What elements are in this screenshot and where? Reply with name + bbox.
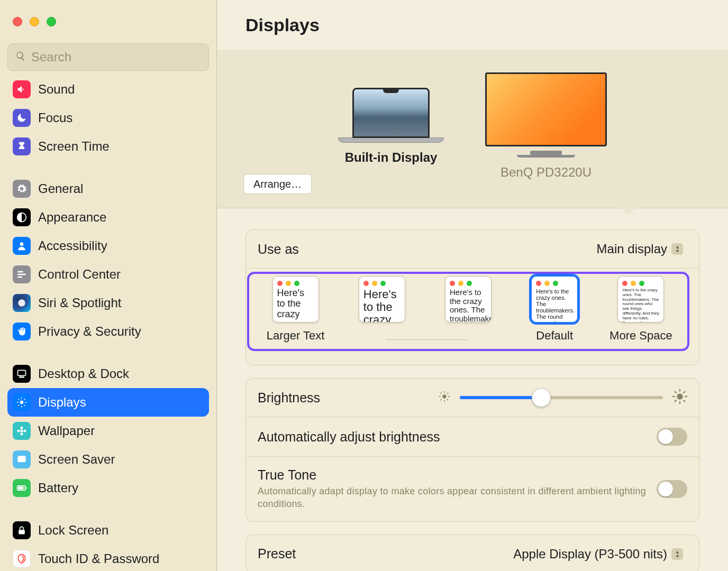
- sidebar-item-siri-spotlight[interactable]: Siri & Spotlight: [7, 289, 209, 317]
- sidebar-item-screen-saver[interactable]: Screen Saver: [7, 445, 209, 474]
- sidebar-item-label: Screen Saver: [38, 452, 115, 467]
- svg-line-41: [684, 391, 685, 393]
- svg-rect-19: [18, 456, 26, 462]
- sidebar-item-privacy-security[interactable]: Privacy & Security: [7, 317, 209, 346]
- preset-panel: Preset Apple Display (P3-500 nits): [245, 535, 699, 571]
- page-title-text: Displays: [245, 15, 320, 35]
- person-icon: [13, 237, 31, 255]
- sidebar-item-general[interactable]: General: [7, 174, 209, 203]
- sidebar-item-sound[interactable]: Sound: [7, 75, 209, 104]
- sidebar-item-appearance[interactable]: Appearance: [7, 203, 209, 232]
- close-window-button[interactable]: [13, 17, 22, 26]
- svg-point-1: [20, 242, 24, 246]
- sidebar-item-lock-screen[interactable]: Lock Screen: [7, 516, 209, 545]
- svg-rect-23: [19, 530, 25, 534]
- svg-line-38: [675, 391, 676, 393]
- svg-line-40: [675, 400, 676, 402]
- preset-dropdown[interactable]: Apple Display (P3-500 nits): [509, 546, 687, 563]
- svg-rect-4: [19, 376, 24, 378]
- resolution-picker: Here's to the crazy ones. The troublemak…: [252, 276, 684, 344]
- use-as-label: Use as: [258, 242, 593, 257]
- flower-icon: [13, 422, 31, 440]
- brightness-label: Brightness: [258, 390, 439, 406]
- resolution-swatch: Here's to the crazy ones. The troublemak…: [272, 276, 319, 323]
- svg-line-39: [684, 400, 685, 402]
- display-chooser: Arrange… Built-in Display BenQ PD3220U: [217, 50, 728, 208]
- svg-point-18: [23, 430, 26, 432]
- chevron-updown-icon: [671, 243, 683, 255]
- truetone-toggle[interactable]: [657, 480, 687, 498]
- brightness-thumb[interactable]: [532, 388, 551, 407]
- sidebar-item-accessibility[interactable]: Accessibility: [7, 232, 209, 260]
- sidebar-item-focus[interactable]: Focus: [7, 104, 209, 132]
- hourglass-icon: [13, 137, 31, 155]
- resolution-option-0[interactable]: Here's to the crazy ones. The troublemak…: [252, 276, 339, 344]
- brightness-slider[interactable]: [439, 389, 687, 406]
- sidebar-item-screen-time[interactable]: Screen Time: [7, 132, 209, 161]
- sidebar-item-label: Screen Time: [38, 139, 110, 154]
- sidebar-item-label: Lock Screen: [38, 523, 108, 538]
- search-icon: [15, 50, 26, 65]
- minimize-window-button[interactable]: [30, 17, 39, 26]
- svg-point-15: [21, 427, 23, 429]
- sun-large-icon: [672, 389, 687, 406]
- arrange-button-label: Arrange…: [253, 178, 302, 190]
- laptop-icon: [338, 88, 444, 143]
- brightness-track[interactable]: [460, 396, 663, 399]
- svg-line-12: [19, 405, 20, 406]
- svg-line-11: [24, 405, 25, 406]
- arrange-button[interactable]: Arrange…: [243, 174, 312, 194]
- zoom-window-button[interactable]: [47, 17, 56, 26]
- sun-icon: [13, 393, 31, 411]
- svg-point-17: [17, 430, 20, 432]
- sidebar-item-touch-id-password[interactable]: Touch ID & Password: [7, 545, 209, 571]
- resolution-swatch: Here's to the crazy ones. The troublemak…: [617, 276, 664, 323]
- sidebar-item-label: Privacy & Security: [38, 324, 141, 339]
- sidebar-item-wallpaper[interactable]: Wallpaper: [7, 417, 209, 445]
- resolution-swatch: Here's to the crazy ones. The troublemak…: [445, 276, 492, 323]
- sidebar-item-label: General: [38, 181, 83, 196]
- hand-icon: [13, 323, 31, 340]
- svg-line-13: [24, 399, 25, 400]
- search-field[interactable]: [7, 43, 209, 71]
- resolution-option-4[interactable]: Here's to the crazy ones. The troublemak…: [598, 276, 684, 344]
- sidebar-item-battery[interactable]: Battery: [7, 474, 209, 502]
- sliders-icon: [13, 265, 31, 283]
- moon-icon: [13, 109, 31, 127]
- preset-label: Preset: [258, 546, 509, 561]
- resolution-option-2[interactable]: Here's to the crazy ones. The troublemak…: [425, 276, 511, 344]
- sidebar-item-label: Accessibility: [38, 238, 107, 253]
- svg-line-29: [441, 393, 442, 394]
- truetone-description: Automatically adapt display to make colo…: [258, 485, 649, 511]
- use-as-dropdown[interactable]: Main display: [593, 241, 687, 257]
- auto-brightness-toggle[interactable]: [657, 428, 687, 446]
- sidebar-item-label: Desktop & Dock: [38, 366, 129, 381]
- resolution-highlight: Here's to the crazy ones. The troublemak…: [247, 272, 689, 351]
- sidebar-item-label: Focus: [38, 110, 72, 125]
- contrast-icon: [13, 208, 31, 226]
- resolution-caption: Default: [536, 329, 573, 344]
- sidebar-item-label: Battery: [38, 481, 78, 495]
- sidebar-nav: SoundFocusScreen TimeGeneralAppearanceAc…: [0, 75, 216, 571]
- svg-rect-22: [18, 487, 23, 490]
- svg-line-32: [447, 393, 448, 394]
- sidebar-item-control-center[interactable]: Control Center: [7, 260, 209, 289]
- monitor-icon: [485, 72, 607, 158]
- svg-rect-3: [18, 370, 26, 375]
- truetone-label: True Tone: [258, 467, 657, 483]
- sidebar-item-desktop-dock[interactable]: Desktop & Dock: [7, 360, 209, 388]
- sidebar-item-label: Control Center: [38, 267, 121, 282]
- resolution-caption: Larger Text: [267, 329, 325, 344]
- resolution-swatch: Here's to the crazy ones. The troublemak…: [531, 276, 578, 323]
- dock-icon: [13, 365, 31, 383]
- svg-rect-21: [26, 487, 27, 489]
- sidebar: SoundFocusScreen TimeGeneralAppearanceAc…: [0, 0, 217, 571]
- svg-point-5: [20, 401, 24, 404]
- display-option-builtin[interactable]: Built-in Display: [338, 88, 444, 165]
- sidebar-item-displays[interactable]: Displays: [7, 388, 209, 417]
- search-input[interactable]: [31, 50, 201, 65]
- brightness-panel: Brightness: [245, 378, 699, 522]
- resolution-option-1[interactable]: Here's to the crazy ones. The troublemak…: [339, 276, 425, 344]
- resolution-option-3[interactable]: Here's to the crazy ones. The troublemak…: [512, 276, 598, 344]
- display-option-external[interactable]: BenQ PD3220U: [485, 72, 607, 180]
